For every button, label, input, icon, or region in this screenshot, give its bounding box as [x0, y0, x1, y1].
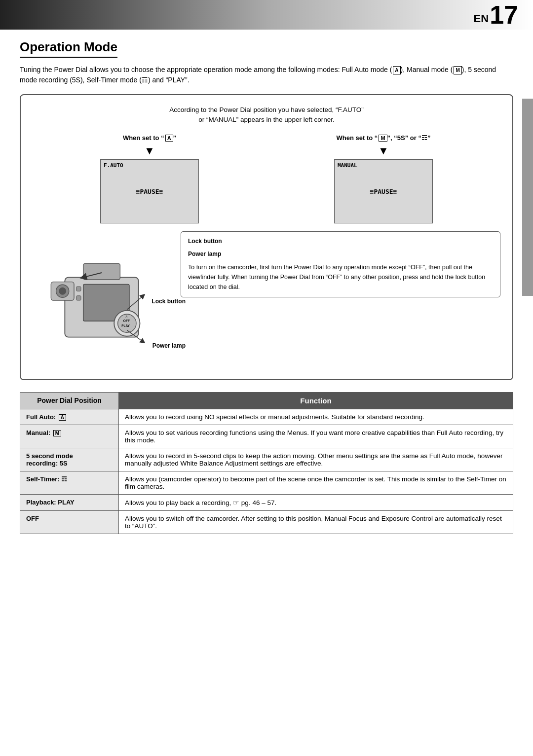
page-number: 17 [490, 2, 518, 28]
screen-label-right: When set to “M”, “5S” or “☶” [337, 134, 431, 142]
a-icon-left: A [165, 135, 173, 142]
header-bar: EN 17 [0, 0, 533, 30]
lock-button-label-inline: Lock button [188, 237, 493, 246]
table-row: Playback: PLAY Allows you to play back a… [20, 494, 513, 510]
camera-section: OFF PLAY A Lo [33, 231, 500, 371]
power-lamp-label: Power lamp [152, 342, 186, 349]
manual-icon: M [454, 66, 461, 74]
function-self-timer: Allows you (camcorder operator) to becom… [119, 471, 513, 494]
function-5s: Allows you to record in 5-second clips t… [119, 448, 513, 471]
table-section: Power Dial Position Function Full Auto: … [20, 392, 513, 534]
diagram-caption: According to the Power Dial position you… [33, 105, 500, 125]
screen-group-right: When set to “M”, “5S” or “☶” ▼ MANUAL ≡P… [334, 134, 433, 223]
power-dial-table: Power Dial Position Function Full Auto: … [20, 392, 513, 534]
screen-group-left: When set to “A” ▼ F.AUTO ≡PAUSE≡ [100, 134, 199, 223]
function-playback: Allows you to play back a recording, ☞ p… [119, 494, 513, 510]
arrow-down-right: ▼ [378, 144, 389, 157]
screen-pause-right: ≡PAUSE≡ [370, 187, 397, 195]
camcorder-info-box: Lock button Power lamp To turn on the ca… [181, 231, 500, 297]
screen-mode-left: F.AUTO [104, 162, 123, 169]
intro-text: Tuning the Power Dial allows you to choo… [20, 65, 513, 85]
svg-text:PLAY: PLAY [121, 324, 130, 327]
diagram-box: According to the Power Dial position you… [20, 94, 513, 380]
full-auto-table-icon: A [59, 414, 66, 421]
lock-button-label: Lock button [152, 298, 186, 305]
table-row: 5 second moderecording: 5S Allows you to… [20, 448, 513, 471]
right-sidebar-decoration [522, 99, 533, 296]
table-row: Manual: M Allows you to set various reco… [20, 425, 513, 448]
position-playback: Playback: PLAY [20, 494, 119, 510]
table-header-position: Power Dial Position [20, 392, 119, 409]
position-full-auto: Full Auto: A [20, 409, 119, 425]
function-manual: Allows you to set various recording func… [119, 425, 513, 448]
svg-text:A: A [126, 315, 128, 318]
full-auto-icon: A [393, 66, 400, 74]
function-full-auto: Allows you to record using NO special ef… [119, 409, 513, 425]
screen-mock-left: F.AUTO ≡PAUSE≡ [100, 159, 199, 223]
svg-text:OFF: OFF [123, 319, 130, 322]
table-header-function: Function [119, 392, 513, 409]
table-row: OFF Allows you to switch off the camcord… [20, 510, 513, 534]
svg-rect-1 [83, 263, 120, 280]
arrow-down-left: ▼ [144, 144, 155, 157]
position-off: OFF [20, 510, 119, 534]
svg-rect-6 [76, 287, 81, 291]
screen-mode-right: MANUAL [338, 162, 357, 169]
main-content: Operation Mode Tuning the Power Dial all… [0, 30, 533, 544]
manual-table-icon: M [53, 430, 61, 436]
position-self-timer: Self-Timer: ☶ [20, 471, 119, 494]
screen-label-left: When set to “A” [123, 134, 176, 142]
position-manual: Manual: M [20, 425, 119, 448]
table-row: Full Auto: A Allows you to record using … [20, 409, 513, 425]
position-5s: 5 second moderecording: 5S [20, 448, 119, 471]
en-label: EN [474, 12, 489, 25]
camera-illustration: OFF PLAY A Lo [33, 231, 171, 371]
function-off: Allows you to switch off the camcorder. … [119, 510, 513, 534]
svg-rect-7 [76, 295, 81, 300]
screen-pause-left: ≡PAUSE≡ [136, 187, 163, 195]
camcorder-info-text: To turn on the camcorder, first turn the… [188, 262, 493, 292]
svg-point-4 [59, 287, 66, 294]
power-lamp-label-inline: Power lamp [188, 250, 493, 258]
screens-row: When set to “A” ▼ F.AUTO ≡PAUSE≡ When se… [33, 134, 500, 223]
table-row: Self-Timer: ☶ Allows you (camcorder oper… [20, 471, 513, 494]
screen-mock-right: MANUAL ≡PAUSE≡ [334, 159, 433, 223]
section-title: Operation Mode [20, 39, 117, 58]
m-icon-right: M [379, 135, 387, 142]
